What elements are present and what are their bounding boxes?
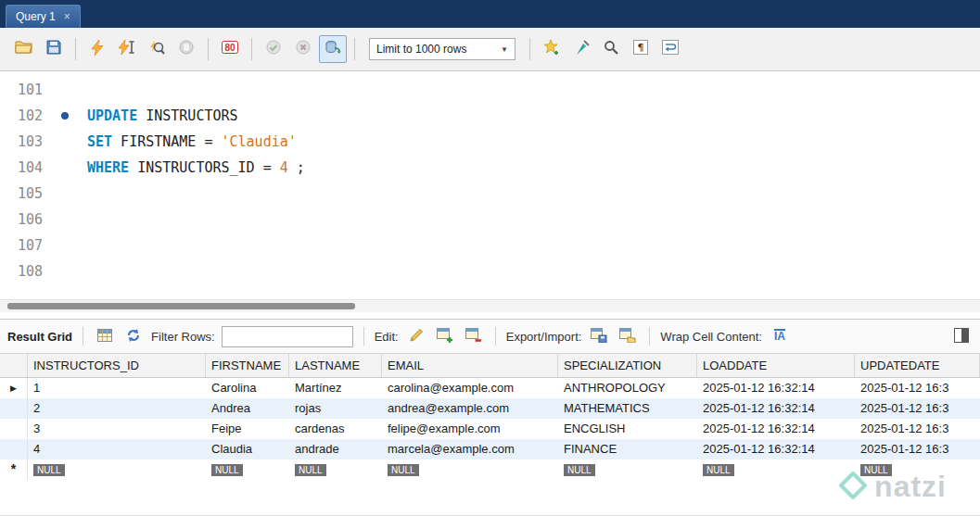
commit-button[interactable] [260, 35, 287, 63]
table-cell[interactable]: 2 [28, 398, 206, 419]
editor-horizontal-scrollbar[interactable] [0, 299, 980, 312]
table-cell[interactable]: 1 [28, 378, 206, 398]
toolbar-separator [529, 38, 530, 60]
column-header[interactable]: LASTNAME [289, 354, 382, 377]
table-cell[interactable]: 2025-01-12 16:32:14 [697, 398, 855, 419]
table-cell[interactable]: andrea@example.com [382, 398, 558, 419]
invisible-characters-button[interactable]: ¶ [627, 35, 655, 63]
find-button[interactable] [597, 35, 625, 63]
null-badge: NULL [211, 464, 243, 476]
column-header[interactable]: SPECIALIZATION [558, 354, 697, 377]
table-cell[interactable]: NULL [855, 459, 980, 480]
execute-button[interactable] [83, 35, 111, 63]
editor-line[interactable]: 107 [0, 233, 980, 258]
line-number: 105 [0, 181, 43, 207]
wrap-text-button[interactable] [656, 35, 684, 63]
column-header[interactable]: FIRSTNAME [206, 354, 289, 377]
table-cell[interactable]: NULL [206, 459, 289, 480]
table-cell[interactable]: 2025-01-12 16:32:14 [697, 378, 855, 398]
line-number: 101 [0, 77, 43, 103]
table-cell[interactable]: marcela@example.com [382, 439, 558, 459]
table-cell[interactable]: andrade [289, 439, 382, 459]
stop-button[interactable] [172, 35, 200, 63]
table-cell[interactable]: 2025-01-12 16:3 [855, 419, 980, 439]
toolbar-separator [354, 38, 355, 60]
table-row[interactable]: 2Andrearojasandrea@example.comMATHEMATIC… [0, 398, 980, 419]
refresh-button[interactable] [122, 325, 145, 347]
statement-marker [43, 77, 87, 103]
stop-on-error-button[interactable]: 80 [216, 35, 244, 63]
rollback-button[interactable] [289, 35, 317, 63]
svg-text:80: 80 [224, 43, 235, 53]
execute-current-statement-button[interactable] [113, 35, 141, 63]
statement-marker [43, 258, 87, 284]
code-text: SET FIRSTNAME = 'Claudia' [87, 129, 297, 155]
export-button[interactable] [588, 325, 610, 347]
table-cell[interactable]: NULL [382, 459, 558, 480]
editor-line[interactable]: 108 [0, 258, 980, 284]
table-cell[interactable]: Andrea [206, 398, 289, 419]
open-file-button[interactable] [10, 35, 38, 63]
editor-line[interactable]: 102UPDATE INSTRUCTORS [0, 103, 980, 129]
import-button[interactable] [617, 325, 639, 347]
delete-row-button[interactable] [463, 325, 485, 347]
table-cell[interactable]: rojas [289, 398, 382, 419]
scrollbar-thumb[interactable] [7, 303, 355, 309]
explain-plan-button[interactable] [143, 35, 171, 63]
table-cell[interactable]: cardenas [289, 419, 382, 439]
edit-record-button[interactable] [405, 325, 427, 347]
table-cell[interactable]: 2025-01-12 16:32:14 [697, 439, 855, 459]
table-cell[interactable]: 2025-01-12 16:3 [855, 398, 980, 419]
table-cell[interactable]: MATHEMATICS [558, 398, 697, 419]
table-cell[interactable]: NULL [697, 459, 855, 480]
table-cell[interactable]: FINANCE [558, 439, 697, 459]
column-header[interactable]: INSTRUCTORS_ID [28, 354, 206, 377]
editor-line[interactable]: 106 [0, 207, 980, 233]
table-cell[interactable]: ANTHROPOLOGY [558, 378, 697, 398]
table-cell[interactable]: NULL [289, 459, 382, 480]
table-cell[interactable]: Carolina [206, 378, 289, 398]
table-row[interactable]: 3Feipecardenasfelipe@example.comENCGLISH… [0, 419, 980, 439]
table-cell[interactable]: 2025-01-12 16:32:14 [697, 419, 855, 439]
delete-row-icon [465, 328, 482, 346]
table-cell[interactable]: Martínez [289, 378, 382, 398]
table-cell[interactable]: 2025-01-12 16:3 [855, 378, 980, 398]
table-cell[interactable]: felipe@example.com [382, 419, 558, 439]
toolbar-separator [75, 38, 76, 60]
beautify-button[interactable] [567, 35, 595, 63]
table-cell[interactable]: Claudia [206, 439, 289, 459]
table-cell[interactable]: ENCGLISH [558, 419, 697, 439]
panel-toggle-button[interactable] [950, 325, 973, 347]
table-cell[interactable]: 3 [28, 419, 206, 439]
tab-query-1[interactable]: Query 1 × [6, 5, 81, 28]
filter-rows-input[interactable] [222, 326, 353, 347]
column-header[interactable]: LOADDATE [697, 354, 855, 377]
table-row[interactable]: *NULLNULLNULLNULLNULLNULLNULL [0, 459, 980, 480]
table-row[interactable]: ▶1CarolinaMartínezcarolina@example.comAN… [0, 378, 980, 398]
editor-line[interactable]: 105 [0, 181, 980, 207]
wrap-cell-content-button[interactable]: IA [769, 325, 791, 347]
editor-line[interactable]: 103SET FIRSTNAME = 'Claudia' [0, 129, 980, 155]
grid-view-button[interactable] [94, 325, 116, 347]
row-marker [0, 398, 28, 419]
table-cell[interactable]: NULL [558, 459, 697, 480]
table-cell[interactable]: NULL [28, 459, 206, 480]
table-cell[interactable]: 4 [28, 439, 206, 459]
save-snippet-button[interactable] [538, 35, 566, 63]
limit-rows-dropdown[interactable]: Limit to 1000 rows ▼ [369, 38, 515, 60]
table-cell[interactable]: carolina@example.com [382, 378, 558, 398]
column-header[interactable]: EMAIL [382, 354, 558, 377]
add-row-button[interactable] [434, 325, 456, 347]
save-button[interactable] [40, 35, 68, 63]
find-icon [604, 40, 618, 58]
editor-line[interactable]: 101 [0, 77, 980, 103]
close-icon[interactable]: × [64, 11, 70, 22]
statement-marker [43, 129, 87, 155]
toggle-autocommit-button[interactable] [319, 35, 347, 63]
table-cell[interactable]: 2025-01-12 16:3 [855, 439, 980, 459]
column-header[interactable]: UPDATEDATE [855, 354, 980, 377]
sql-editor[interactable]: 101102UPDATE INSTRUCTORS103SET FIRSTNAME… [0, 71, 980, 299]
editor-line[interactable]: 104WHERE INSTRUCTORS_ID = 4 ; [0, 155, 980, 181]
table-cell[interactable]: Feipe [206, 419, 289, 439]
table-row[interactable]: 4Claudiaandrademarcela@example.comFINANC… [0, 439, 980, 459]
